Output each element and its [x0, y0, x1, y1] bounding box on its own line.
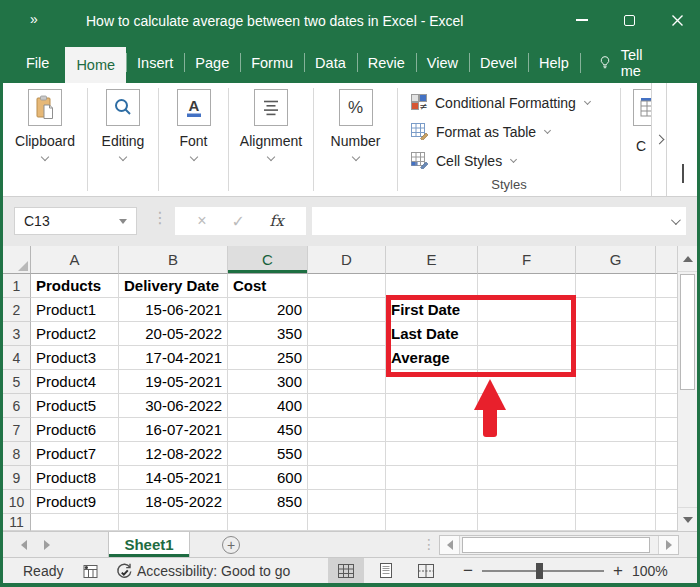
enter-icon[interactable]: ✓ [231, 212, 244, 231]
cell-A11[interactable] [31, 514, 119, 531]
cell-E7[interactable] [386, 418, 478, 442]
menu-tab-insert[interactable]: Insert [126, 42, 184, 83]
quick-access-toolbar-icon[interactable]: » [30, 11, 35, 27]
cell-B8[interactable]: 12-08-2022 [119, 442, 228, 466]
row-header-4[interactable]: 4 [3, 346, 31, 370]
cell-F9[interactable] [478, 466, 576, 490]
cell-E8[interactable] [386, 442, 478, 466]
formula-input[interactable] [312, 207, 686, 235]
zoom-in-button[interactable]: + [613, 562, 623, 579]
cell-E10[interactable] [386, 490, 478, 514]
cell-E9[interactable] [386, 466, 478, 490]
cell-F3[interactable] [478, 322, 576, 346]
cell-B6[interactable]: 30-06-2022 [119, 394, 228, 418]
column-header-C[interactable]: C [228, 246, 308, 274]
cell-A2[interactable]: Product1 [31, 298, 119, 322]
previous-sheet-button[interactable] [21, 540, 27, 550]
cell-B3[interactable]: 20-05-2022 [119, 322, 228, 346]
cell-G1[interactable] [576, 274, 656, 298]
cell-B11[interactable] [119, 514, 228, 531]
cell-D11[interactable] [308, 514, 386, 531]
minimize-button[interactable] [576, 19, 588, 21]
cell-G6[interactable] [576, 394, 656, 418]
cell-B4[interactable]: 17-04-2021 [119, 346, 228, 370]
cell-F10[interactable] [478, 490, 576, 514]
conditional-formatting-button[interactable]: ≠ Conditional Formatting [398, 88, 620, 117]
format-as-table-button[interactable]: Format as Table [398, 117, 620, 146]
vertical-scroll-thumb[interactable] [680, 274, 695, 390]
sheet-tab-sheet1[interactable]: Sheet1 [108, 532, 190, 557]
cell-C11[interactable] [228, 514, 308, 531]
cell-G4[interactable] [576, 346, 656, 370]
cell-D5[interactable] [308, 370, 386, 394]
vertical-scroll-track[interactable] [678, 272, 697, 480]
cell-A6[interactable]: Product5 [31, 394, 119, 418]
cell-D1[interactable] [308, 274, 386, 298]
cell-F11[interactable] [478, 514, 576, 531]
cell-B2[interactable]: 15-06-2021 [119, 298, 228, 322]
page-layout-view-button[interactable] [368, 558, 404, 583]
close-button[interactable] [671, 14, 684, 27]
cell-partial-9[interactable] [656, 466, 677, 490]
row-header-7[interactable]: 7 [3, 418, 31, 442]
cell-D3[interactable] [308, 322, 386, 346]
row-header-1[interactable]: 1 [3, 274, 31, 298]
cell-C10[interactable]: 850 [228, 490, 308, 514]
scroll-down-button[interactable] [678, 507, 697, 531]
tab-bar-grip[interactable]: ⋮ [422, 536, 436, 552]
cell-F5[interactable] [478, 370, 576, 394]
cell-partial-2[interactable] [656, 298, 677, 322]
horizontal-scroll-track[interactable] [460, 536, 658, 554]
cell-styles-button[interactable]: Cell Styles [398, 146, 620, 175]
cell-A3[interactable]: Product2 [31, 322, 119, 346]
accessibility-status[interactable]: Accessibility: Good to go [115, 562, 290, 580]
cell-partial-4[interactable] [656, 346, 677, 370]
cell-A9[interactable]: Product8 [31, 466, 119, 490]
column-header-B[interactable]: B [119, 246, 228, 274]
ribbon-group-font[interactable]: A Font [159, 83, 228, 196]
cell-F1[interactable] [478, 274, 576, 298]
row-header-5[interactable]: 5 [3, 370, 31, 394]
cell-E4[interactable]: Average [386, 346, 478, 370]
maximize-button[interactable] [624, 15, 635, 26]
ribbon-group-clipboard[interactable]: Clipboard [3, 83, 87, 196]
zoom-slider-thumb[interactable] [536, 563, 543, 579]
menu-tab-file[interactable]: File [10, 42, 65, 83]
menu-tab-data[interactable]: Data [304, 42, 357, 83]
row-header-6[interactable]: 6 [3, 394, 31, 418]
cell-G3[interactable] [576, 322, 656, 346]
tell-me-button[interactable]: Tell me [621, 47, 658, 79]
ribbon-group-number[interactable]: % Number [314, 83, 397, 196]
column-header-D[interactable]: D [308, 246, 386, 274]
cell-F7[interactable] [478, 418, 576, 442]
cell-F8[interactable] [478, 442, 576, 466]
column-header-G[interactable]: G [576, 246, 656, 274]
cell-E11[interactable] [386, 514, 478, 531]
insert-function-icon[interactable]: fx [270, 212, 284, 230]
cell-B1[interactable]: Delivery Date [119, 274, 228, 298]
row-header-2[interactable]: 2 [3, 298, 31, 322]
cell-C6[interactable]: 400 [228, 394, 308, 418]
cell-partial-8[interactable] [656, 442, 677, 466]
menu-tab-page-layout[interactable]: Page [184, 42, 240, 83]
cell-G7[interactable] [576, 418, 656, 442]
cell-partial-10[interactable] [656, 490, 677, 514]
ribbon-group-alignment[interactable]: Alignment [229, 83, 313, 196]
horizontal-scrollbar[interactable] [439, 535, 679, 555]
cell-A1[interactable]: Products [31, 274, 119, 298]
row-header-8[interactable]: 8 [3, 442, 31, 466]
cell-partial-5[interactable] [656, 370, 677, 394]
cell-partial-11[interactable] [656, 514, 677, 531]
cancel-icon[interactable]: × [197, 212, 206, 230]
chevron-down-icon[interactable] [119, 219, 127, 224]
cell-E3[interactable]: Last Date [386, 322, 478, 346]
cell-C3[interactable]: 350 [228, 322, 308, 346]
cell-partial-6[interactable] [656, 394, 677, 418]
formula-bar-grip[interactable]: ⋮ [152, 210, 168, 226]
ribbon-group-cells-partial[interactable]: C [621, 83, 697, 196]
cell-E2[interactable]: First Date [386, 298, 478, 322]
cell-partial-3[interactable] [656, 322, 677, 346]
cell-C9[interactable]: 600 [228, 466, 308, 490]
cell-G9[interactable] [576, 466, 656, 490]
row-header-10[interactable]: 10 [3, 490, 31, 514]
